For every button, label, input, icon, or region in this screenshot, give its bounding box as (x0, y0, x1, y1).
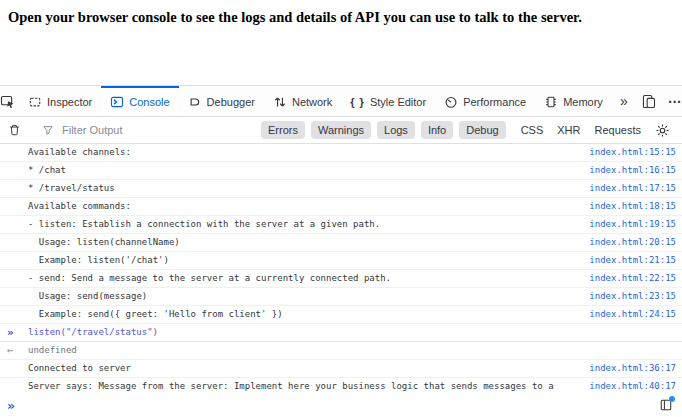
tab-label: Performance (463, 96, 526, 108)
debugger-icon (188, 95, 202, 109)
clear-console-button[interactable] (0, 123, 28, 137)
devtools-panel: Inspector Console Debugger (0, 85, 682, 417)
source-link[interactable]: index.html:20:15 (589, 236, 676, 249)
node-picker-button[interactable] (0, 86, 15, 116)
source-link[interactable]: index.html:15:15 (589, 146, 676, 159)
notification-dot (669, 396, 675, 402)
devtools-tab-bar: Inspector Console Debugger (0, 86, 682, 117)
console-message: Example: send({ greet: 'Hello from clien… (0, 306, 682, 324)
tab-memory[interactable]: Memory (535, 86, 612, 116)
tab-console[interactable]: Console (101, 86, 178, 116)
chevron-double-right-icon: » (620, 93, 628, 109)
input-echo-icon: » (7, 326, 14, 339)
message-text: * /travel/status (28, 182, 577, 195)
tab-inspector[interactable]: Inspector (19, 86, 101, 116)
console-message: Available commands: index.html:18:15 (0, 198, 682, 216)
console-filter-bar: Errors Warnings Logs Info Debug CSS XHR … (0, 117, 682, 144)
source-link[interactable]: index.html:17:15 (589, 182, 676, 195)
console-message: - listen: Establish a connection with th… (0, 216, 682, 234)
message-text: Available channels: (28, 146, 577, 159)
result-text: undefined (28, 344, 676, 357)
source-link[interactable]: index.html:21:15 (589, 254, 676, 267)
page-title: Open your browser console to see the log… (0, 0, 682, 85)
responsive-design-mode-button[interactable] (636, 94, 662, 109)
filter-output-input[interactable] (60, 123, 258, 137)
tab-label: Debugger (207, 96, 255, 108)
memory-icon (544, 95, 558, 109)
filter-css-button[interactable]: CSS (521, 124, 544, 136)
filter-requests-button[interactable]: Requests (595, 124, 641, 136)
source-link[interactable]: index.html:22:15 (589, 272, 676, 285)
source-link[interactable]: index.html:24:15 (589, 308, 676, 321)
message-text: - send: Send a message to the server at … (28, 272, 577, 285)
message-text: Example: listen('/chat') (28, 254, 577, 267)
message-text: Example: send({ greet: 'Hello from clien… (28, 308, 577, 321)
console-message: Available channels: index.html:15:15 (0, 144, 682, 162)
result-arrow-icon: ← (7, 344, 14, 357)
network-icon (273, 95, 287, 109)
performance-icon (444, 95, 458, 109)
console-message: Server says: Message from the server: Im… (0, 378, 682, 393)
tab-label: Inspector (47, 96, 92, 108)
message-text: Usage: listen(channelName) (28, 236, 577, 249)
console-message: * /travel/status index.html:17:15 (0, 180, 682, 198)
devtools-window-controls: ⋯ ✕ (636, 86, 682, 116)
command-text: listen("/travel/status") (28, 326, 676, 339)
source-link[interactable]: index.html:18:15 (589, 200, 676, 213)
tab-network[interactable]: Network (264, 86, 341, 116)
tab-label: Console (129, 96, 169, 108)
filter-xhr-button[interactable]: XHR (557, 124, 580, 136)
filter-funnel-icon (42, 124, 54, 136)
console-message: Usage: listen(channelName) index.html:20… (0, 234, 682, 252)
console-icon (110, 95, 124, 109)
tab-style-editor[interactable]: { } Style Editor (341, 86, 435, 116)
tab-label: Memory (563, 96, 603, 108)
message-text: Server says: Message from the server: Im… (28, 380, 577, 393)
source-link[interactable]: index.html:23:15 (589, 290, 676, 303)
console-message: Usage: send(message) index.html:23:15 (0, 288, 682, 306)
tab-debugger[interactable]: Debugger (179, 86, 264, 116)
trash-icon (8, 123, 21, 137)
console-input-row[interactable]: » (0, 393, 682, 417)
inspector-icon (28, 95, 42, 109)
console-settings-button[interactable] (648, 123, 676, 138)
console-input-area[interactable] (15, 393, 656, 417)
source-link[interactable]: index.html:16:15 (589, 164, 676, 177)
filter-input-wrap (33, 123, 258, 137)
filter-logs-button[interactable]: Logs (377, 121, 415, 139)
console-prompt-icon: » (7, 398, 15, 413)
source-link[interactable]: index.html:40:17 (589, 380, 676, 393)
filter-debug-button[interactable]: Debug (459, 121, 505, 139)
more-tabs-button[interactable]: » (612, 86, 636, 116)
message-text: - listen: Establish a connection with th… (28, 218, 577, 231)
source-link[interactable]: index.html:36:17 (589, 362, 676, 375)
console-command-echo: » listen("/travel/status") (0, 324, 682, 342)
filter-errors-button[interactable]: Errors (261, 121, 305, 139)
message-text: Connected to server (28, 362, 577, 375)
source-link[interactable]: index.html:19:15 (589, 218, 676, 231)
filter-info-button[interactable]: Info (421, 121, 453, 139)
console-message: * /chat index.html:16:15 (0, 162, 682, 180)
node-picker-icon (0, 94, 15, 109)
tab-performance[interactable]: Performance (435, 86, 535, 116)
console-output: Available channels: index.html:15:15 * /… (0, 144, 682, 393)
gear-icon (655, 123, 670, 138)
editor-mode-button[interactable] (656, 396, 676, 414)
style-editor-icon: { } (350, 96, 365, 108)
console-message: - send: Send a message to the server at … (0, 270, 682, 288)
console-message: Connected to server index.html:36:17 (0, 360, 682, 378)
menu-button[interactable]: ⋯ (662, 93, 682, 109)
message-text: Usage: send(message) (28, 290, 577, 303)
console-message: Example: listen('/chat') index.html:21:1… (0, 252, 682, 270)
responsive-design-mode-icon (641, 94, 656, 109)
console-result: ← undefined (0, 342, 682, 360)
tab-label: Style Editor (370, 96, 426, 108)
filter-warnings-button[interactable]: Warnings (311, 121, 371, 139)
meatball-menu-icon: ⋯ (668, 93, 682, 109)
tab-label: Network (292, 96, 332, 108)
message-text: Available commands: (28, 200, 577, 213)
message-text: * /chat (28, 164, 577, 177)
